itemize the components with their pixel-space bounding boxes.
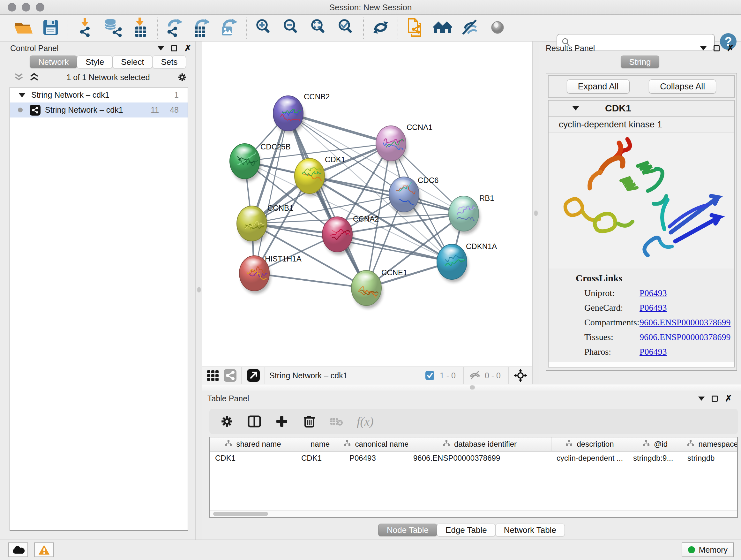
left-splitter[interactable] bbox=[195, 42, 202, 540]
export-image-button[interactable] bbox=[216, 16, 243, 40]
control-tab-sets[interactable]: Sets bbox=[152, 56, 186, 68]
fit-selected-crosshair-icon[interactable] bbox=[514, 369, 527, 382]
string-share-toggle-icon[interactable] bbox=[223, 369, 237, 382]
node-label-cdc25b: CDC25B bbox=[260, 142, 291, 151]
table-tab-node-table[interactable]: Node Table bbox=[378, 523, 437, 537]
horizontal-splitter[interactable] bbox=[202, 384, 741, 391]
export-network-button[interactable] bbox=[161, 16, 188, 40]
crosslink-row: Compartments: 9606.ENSP00000378699 bbox=[549, 315, 734, 330]
crosslink-link[interactable]: 9606.ENSP00000378699 bbox=[639, 332, 731, 342]
zoom-fit-button[interactable] bbox=[305, 16, 333, 40]
network-edge[interactable] bbox=[254, 273, 366, 288]
save-session-button[interactable] bbox=[37, 16, 64, 40]
collapse-all-tree-icon[interactable] bbox=[13, 72, 24, 82]
apply-layout-button[interactable] bbox=[367, 16, 394, 40]
collapse-all-button[interactable]: Collapse All bbox=[649, 79, 716, 94]
birdseye-view-icon[interactable] bbox=[247, 369, 260, 382]
network-node-cdkn1a[interactable] bbox=[437, 244, 468, 282]
network-node-ccnb2[interactable] bbox=[273, 96, 305, 134]
zoom-selected-button[interactable] bbox=[333, 16, 360, 40]
table-panel-close-icon[interactable]: ✗ bbox=[725, 394, 732, 403]
control-panel-close-icon[interactable]: ✗ bbox=[184, 44, 192, 53]
right-splitter-grip[interactable] bbox=[534, 210, 538, 216]
network-node-ccna2[interactable] bbox=[322, 217, 354, 255]
network-node-rb1[interactable] bbox=[449, 196, 482, 234]
scrollbar-thumb[interactable] bbox=[213, 512, 268, 516]
zoom-in-button[interactable] bbox=[250, 16, 278, 40]
horizontal-splitter-grip[interactable] bbox=[470, 385, 475, 389]
column-header-namespace[interactable]: namespace bbox=[682, 437, 738, 451]
homes-button[interactable] bbox=[429, 16, 456, 40]
selected-checkbox-icon[interactable] bbox=[423, 369, 436, 382]
table-tab-network-table[interactable]: Network Table bbox=[495, 523, 565, 537]
import-network-button[interactable] bbox=[71, 16, 99, 40]
table-panel-float-icon[interactable] bbox=[712, 395, 718, 401]
zoom-out-button[interactable] bbox=[278, 16, 305, 40]
share-document-button[interactable] bbox=[401, 16, 429, 40]
cloud-button[interactable] bbox=[8, 543, 28, 557]
table-panel-collapse-icon[interactable] bbox=[698, 396, 704, 401]
toolbar-separator bbox=[246, 17, 247, 39]
column-header-id[interactable]: @id bbox=[628, 437, 682, 451]
zoom-selected-icon bbox=[336, 17, 356, 39]
network-node-ccnb1[interactable] bbox=[237, 206, 268, 244]
table-row[interactable]: CDK1CDK1P064939606.ENSP00000378699cyclin… bbox=[210, 451, 737, 465]
expand-all-tree-icon[interactable] bbox=[29, 72, 40, 82]
sphere-button[interactable] bbox=[484, 16, 511, 40]
results-panel-float-icon[interactable] bbox=[714, 45, 720, 51]
column-header-shared-name[interactable]: shared name bbox=[210, 437, 296, 451]
results-tab-string[interactable]: String bbox=[621, 56, 660, 68]
hide-graphics-details-button[interactable] bbox=[456, 16, 484, 40]
delete-column-trash-icon[interactable] bbox=[302, 414, 317, 429]
crosslink-link[interactable]: P06493 bbox=[639, 347, 667, 357]
memory-status-dot bbox=[688, 546, 695, 553]
network-collection-row[interactable]: String Network – cdk1 1 bbox=[10, 87, 188, 103]
network-edge[interactable] bbox=[254, 113, 288, 273]
results-panel-close-icon[interactable]: ✗ bbox=[727, 44, 734, 53]
column-header-description[interactable]: description bbox=[551, 437, 628, 451]
open-session-button[interactable] bbox=[10, 16, 37, 40]
column-header-database-identifier[interactable]: database identifier bbox=[408, 437, 551, 451]
crosslink-link[interactable]: 9606.ENSP00000378699 bbox=[639, 317, 731, 327]
protein-card-header[interactable]: CDK1 bbox=[549, 101, 734, 117]
network-node-ccna1[interactable] bbox=[376, 126, 407, 164]
table-settings-gear-icon[interactable] bbox=[219, 414, 234, 429]
column-header-canonical-name[interactable]: canonical name bbox=[344, 437, 408, 451]
crosslink-link[interactable]: P06493 bbox=[639, 288, 667, 298]
expand-all-button[interactable]: Expand All bbox=[567, 79, 630, 94]
tree-expander-icon[interactable] bbox=[18, 93, 25, 98]
column-header-name[interactable]: name bbox=[296, 437, 344, 451]
hide-graphics-details-icon bbox=[460, 17, 480, 39]
left-splitter-grip[interactable] bbox=[197, 287, 201, 293]
right-splitter[interactable] bbox=[532, 42, 539, 384]
table-panel: Table Panel ✗ bbox=[202, 391, 741, 539]
show-columns-icon[interactable] bbox=[247, 414, 262, 429]
network-row[interactable]: String Network – cdk1 11 48 bbox=[10, 103, 188, 118]
crosslink-link[interactable]: P06493 bbox=[639, 303, 667, 313]
add-column-icon[interactable] bbox=[274, 414, 289, 429]
hidden-eye-icon[interactable] bbox=[468, 369, 482, 382]
crosslinks-header: CrossLinks bbox=[549, 270, 734, 286]
results-scroll-strip[interactable] bbox=[549, 362, 734, 367]
network-node-ccne1[interactable] bbox=[351, 270, 383, 308]
import-table-button[interactable] bbox=[126, 16, 154, 40]
table-header-row: shared name name canonical name database… bbox=[210, 437, 737, 451]
table-cell: stringdb:9... bbox=[628, 451, 682, 465]
table-tab-edge-table[interactable]: Edge Table bbox=[437, 523, 495, 537]
results-panel-collapse-icon[interactable] bbox=[700, 46, 706, 51]
protein-card-expander-icon[interactable] bbox=[572, 106, 579, 111]
export-table-button[interactable] bbox=[188, 16, 216, 40]
network-node-cdk1[interactable] bbox=[294, 159, 326, 196]
control-panel-collapse-icon[interactable] bbox=[158, 46, 164, 51]
network-canvas[interactable]: CCNB2CCNA1CDC25BCDK1CDC6RB1CCNB1CCNA2CDK… bbox=[202, 42, 532, 367]
table-horizontal-scrollbar[interactable] bbox=[210, 510, 737, 517]
memory-button[interactable]: Memory bbox=[682, 543, 734, 557]
control-tab-select[interactable]: Select bbox=[112, 56, 152, 68]
import-database-button[interactable] bbox=[99, 16, 126, 40]
warnings-button[interactable] bbox=[34, 543, 54, 557]
network-options-gear-icon[interactable] bbox=[177, 72, 188, 82]
control-panel-float-icon[interactable] bbox=[171, 45, 177, 51]
control-tab-network[interactable]: Network bbox=[30, 56, 77, 68]
grid-view-icon[interactable] bbox=[206, 369, 219, 382]
control-tab-style[interactable]: Style bbox=[77, 56, 113, 68]
